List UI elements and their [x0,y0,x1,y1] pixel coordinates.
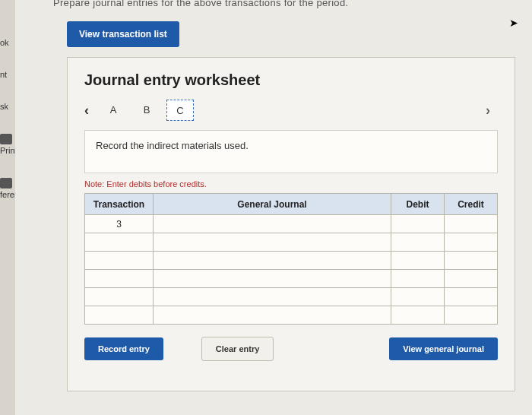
table-row[interactable] [85,306,498,325]
print-icon [0,134,12,144]
chevron-left-icon[interactable]: ‹ [84,103,97,119]
page-container: Prepare journal entries for the above tr… [15,0,532,415]
sidebar-item-book[interactable]: ok [0,38,15,47]
instruction-fragment: Prepare journal entries for the above tr… [53,0,348,8]
references-icon [0,178,12,188]
sidebar-item-references[interactable]: ferences [0,190,15,199]
note-text: Note: Enter debits before credits. [84,179,498,188]
table-row[interactable] [85,288,498,306]
tab-c[interactable]: C [166,100,194,121]
tab-b[interactable]: B [133,100,160,121]
sidebar-item-print[interactable]: Print [0,146,15,155]
clear-entry-button[interactable]: Clear entry [201,337,274,361]
view-transaction-list-button[interactable]: View transaction list [67,21,179,47]
chevron-right-icon[interactable]: › [486,103,498,119]
cell-credit[interactable] [445,215,498,233]
header-transaction: Transaction [85,194,154,215]
record-entry-button[interactable]: Record entry [84,337,163,360]
journal-table: Transaction General Journal Debit Credit… [84,193,498,325]
header-debit: Debit [391,194,445,215]
worksheet-title: Journal entry worksheet [84,71,498,89]
cell-transaction-number: 3 [85,215,154,233]
cell-debit[interactable] [391,215,445,233]
worksheet-panel: Journal entry worksheet ‹ A B C › Record… [67,57,515,391]
sidebar: ok nt sk Print ferences [0,38,15,415]
entry-prompt: Record the indirect materials used. [84,130,498,173]
tab-a[interactable]: A [100,100,127,121]
sidebar-item-ask[interactable]: sk [0,102,15,111]
view-general-journal-button[interactable]: View general journal [389,337,498,360]
cell-account[interactable] [154,215,391,233]
cursor-icon: ➤ [509,17,518,29]
sidebar-item-hint[interactable]: nt [0,70,15,79]
header-credit: Credit [445,194,498,215]
button-row: Record entry Clear entry View general jo… [84,337,498,361]
table-row[interactable] [85,252,498,270]
table-row[interactable] [85,233,498,252]
table-row[interactable] [85,270,498,288]
header-general-journal: General Journal [154,194,391,215]
tab-row: ‹ A B C › [84,100,498,121]
table-row[interactable]: 3 [85,215,498,233]
